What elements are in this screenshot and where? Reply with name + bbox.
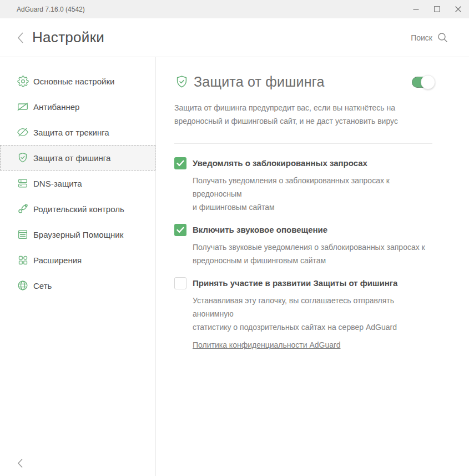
phishing-protection-toggle[interactable] — [412, 77, 432, 88]
sidebar-item-label: Сеть — [33, 281, 52, 290]
shield-check-icon — [17, 152, 29, 164]
toggle-knob — [421, 75, 435, 89]
participate-development-checkbox[interactable] — [174, 277, 186, 289]
sidebar-item-label: Антибаннер — [33, 102, 79, 112]
shield-check-icon — [174, 74, 189, 89]
sidebar-item-label: Основные настройки — [33, 77, 114, 86]
search-button[interactable]: Поиск — [411, 32, 448, 43]
browser-icon — [17, 228, 29, 240]
sidebar-item-parental-control[interactable]: Родительский контроль — [0, 196, 155, 222]
minimize-icon[interactable] — [412, 6, 419, 13]
back-icon[interactable] — [17, 31, 27, 44]
option-label[interactable]: Включить звуковое оповещение — [193, 224, 425, 236]
sidebar-item-network[interactable]: Сеть — [0, 273, 155, 298]
sidebar-item-tracking-protection[interactable]: Защита от трекинга — [0, 119, 155, 145]
settings-sidebar: Основные настройки Антибаннер Защита от … — [0, 57, 156, 476]
option-participate-development: Принять участие в развитии Защиты от фиш… — [174, 277, 432, 350]
window-titlebar: AdGuard 7.16.0 (4542) — [0, 0, 469, 18]
option-description: Получать уведомления о заблокированных з… — [193, 174, 432, 214]
option-description: Устанавливая эту галочку, вы соглашаетес… — [193, 294, 432, 334]
option-notify-blocked-requests: Уведомлять о заблокированных запросах По… — [174, 157, 432, 214]
option-label[interactable]: Принять участие в развитии Защиты от фиш… — [193, 277, 432, 289]
collapse-sidebar-icon[interactable] — [17, 458, 26, 468]
sidebar-item-label: Защита от фишинга — [33, 153, 110, 163]
window-title: AdGuard 7.16.0 (4542) — [17, 6, 85, 13]
search-label: Поиск — [411, 33, 432, 42]
eye-off-icon — [17, 126, 29, 138]
option-description: Получать звуковые уведомления о заблокир… — [193, 240, 425, 267]
antibanner-icon — [17, 101, 29, 113]
dns-server-icon — [17, 177, 29, 189]
sidebar-item-extensions[interactable]: Расширения — [0, 247, 155, 273]
section-title: Защита от фишинга — [194, 74, 325, 90]
globe-icon — [17, 279, 29, 292]
sidebar-item-phishing-protection[interactable]: Защита от фишинга — [0, 145, 155, 171]
sidebar-item-label: Родительский контроль — [33, 204, 124, 214]
page-title: Настройки — [32, 29, 104, 46]
sidebar-item-label: Защита от трекинга — [33, 128, 109, 137]
extensions-icon — [17, 254, 29, 266]
settings-header: Настройки Поиск — [0, 18, 469, 57]
sidebar-item-general-settings[interactable]: Основные настройки — [0, 68, 155, 94]
notify-blocked-checkbox[interactable] — [174, 157, 186, 169]
option-sound-notification: Включить звуковое оповещение Получать зв… — [174, 224, 432, 267]
sound-notification-checkbox[interactable] — [174, 224, 186, 236]
maximize-icon[interactable] — [433, 6, 440, 13]
sidebar-item-label: Браузерный Помощник — [33, 230, 123, 239]
close-icon[interactable] — [455, 6, 461, 13]
gear-icon — [17, 75, 29, 87]
pacifier-icon — [17, 203, 29, 215]
option-label[interactable]: Уведомлять о заблокированных запросах — [193, 157, 432, 169]
section-divider — [174, 143, 432, 144]
search-icon — [437, 32, 448, 43]
privacy-policy-link[interactable]: Политика конфиденциальности AdGuard — [193, 340, 340, 349]
phishing-protection-panel: Защита от фишинга Защита от фишинга пред… — [156, 57, 469, 476]
section-description: Защита от фишинга предупредит вас, если … — [174, 101, 432, 128]
sidebar-item-label: Расширения — [33, 255, 82, 265]
sidebar-item-label: DNS-защита — [33, 179, 82, 188]
sidebar-item-browser-assistant[interactable]: Браузерный Помощник — [0, 222, 155, 247]
sidebar-item-dns-protection[interactable]: DNS-защита — [0, 171, 155, 196]
sidebar-item-antibanner[interactable]: Антибаннер — [0, 94, 155, 119]
